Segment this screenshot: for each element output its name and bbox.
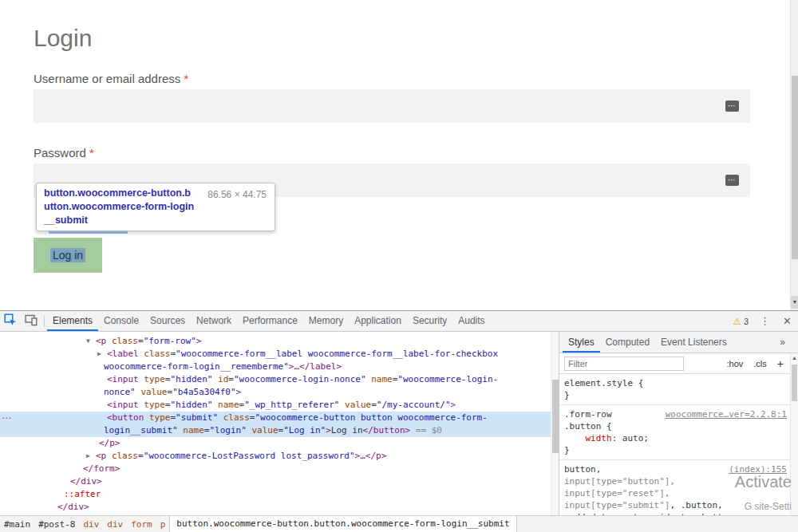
code-token: <label [107,349,144,359]
devtools-close-button[interactable]: ✕ [776,315,798,327]
tab-performance[interactable]: Performance [237,311,303,331]
code-token: "woocommerce-form__label woocommerce-for… [176,349,498,359]
tab-application[interactable]: Application [349,311,407,331]
breadcrumb-item-selected[interactable]: button.woocommerce-button.button.woocomm… [169,516,516,532]
toolbar-right-cluster: ⚠3 ⋮ ✕ [728,311,798,331]
expand-arrow-icon[interactable]: ▼ [86,335,90,348]
code-token: = [138,336,144,346]
stylesheet-source-link[interactable]: woocommerce…ver=2.2.8:1 [666,409,787,420]
devtools-menu-button[interactable]: ⋮ [753,315,776,327]
styles-scrollbar[interactable]: ▲ [790,353,798,515]
breadcrumb-item[interactable]: div [103,519,127,530]
code-token: value [251,425,278,435]
css-rule[interactable]: (index):155button,input[type="button"],i… [559,460,790,515]
tab-audits[interactable]: Audits [452,311,490,331]
code-token: </button> [363,425,411,435]
code-token: name [183,425,204,435]
new-style-rule-button[interactable]: + [777,357,784,370]
dom-tree-node[interactable]: </form> [0,463,559,475]
code-token: <p [96,336,112,346]
dom-tree-node[interactable]: <button type="submit" class="woocommerce… [0,412,559,424]
login-button[interactable]: Log in [34,238,102,273]
password-manager-icon[interactable]: ⋯ [725,100,739,112]
scroll-down-icon[interactable]: ▼ [791,296,798,309]
device-toolbar-button[interactable] [21,311,41,331]
username-field[interactable]: ⋯ [34,89,750,123]
dom-tree-node[interactable]: </div> [0,501,559,514]
code-token: </form> [83,463,120,474]
inspect-element-button[interactable] [0,311,21,331]
toggle-classes-button[interactable]: .cls [753,359,767,368]
breadcrumb-items: #main#post-8divdivformp [0,516,169,532]
breadcrumb-filler [517,516,798,532]
styles-sidebar: StylesComputedEvent Listeners» :hov .cls… [559,332,798,515]
dom-tree-node[interactable]: <input type="hidden" id="woocommerce-log… [0,373,559,386]
css-rule[interactable]: element.style {} [559,374,790,405]
dom-tree-node[interactable]: </p> [0,437,559,450]
device-toolbar-icon [25,313,38,329]
code-token: > [451,400,456,410]
elements-scrollbar[interactable] [551,332,559,515]
code-token: "b4a5a304f0" [172,387,235,397]
tab-event-listeners[interactable]: Event Listeners [655,332,733,353]
kebab-menu-icon: ⋮ [760,315,770,327]
dom-tree-node[interactable]: ::after [0,488,559,501]
scroll-up-icon[interactable]: ▲ [791,355,798,361]
tab-security[interactable]: Security [407,311,452,331]
console-warnings-badge[interactable]: ⚠3 [728,316,753,327]
password-label: Password * [34,146,94,160]
styles-rules: element.style {}woocommerce…ver=2.2.8:1.… [559,374,798,515]
tab-elements[interactable]: Elements [47,311,98,331]
code-token: </p> [365,451,387,461]
stylesheet-source-link[interactable]: (index):155 [729,464,787,475]
breadcrumb-item[interactable]: p [156,519,170,530]
code-token: </label> [299,361,342,372]
dom-tree-node[interactable]: nonce" value="b4a5a304f0"> [0,386,559,399]
breadcrumb-item[interactable]: div [79,519,103,530]
required-asterisk: * [184,72,188,85]
styles-tabs: StylesComputedEvent Listeners» [559,332,798,353]
css-rule-line: .added_to_cart, .widget a.button, [564,511,790,515]
toggle-hover-state-button[interactable]: :hov [727,359,744,368]
tab-network[interactable]: Network [191,311,237,331]
css-rule[interactable]: woocommerce…ver=2.2.8:1.form-row.button … [559,405,790,460]
code-token: class [112,451,138,461]
code-token: "hidden" [170,400,212,410]
tab-computed[interactable]: Computed [600,332,655,353]
tab-console[interactable]: Console [98,311,144,331]
code-token: "/my-account/" [377,400,451,410]
code-token: class [223,412,250,423]
css-rule-line: input[type="button"], [564,475,790,487]
scrollbar-thumb[interactable] [792,365,797,401]
scrollbar-thumb[interactable] [792,76,798,259]
gutter-more-icon[interactable]: ⋯ [2,412,11,424]
inspect-tooltip: button.woocommerce-button.b utton.woocom… [36,183,275,231]
breadcrumb-item[interactable]: #post-8 [34,519,79,530]
password-manager-icon[interactable]: ⋯ [725,175,739,186]
scrollbar-thumb[interactable] [552,380,559,453]
code-token: = [371,400,377,410]
dom-tree-node[interactable]: ▼<p class="form-row"> [0,335,559,348]
tab-sources[interactable]: Sources [144,311,191,331]
dom-tree-node[interactable]: ▶<label class="woocommerce-form__label w… [0,348,559,361]
more-tabs-icon[interactable]: » [780,337,798,348]
collapse-arrow-icon[interactable]: ▶ [97,348,101,361]
breadcrumb-item[interactable]: #main [0,519,34,530]
dom-tree-node[interactable]: login__submit" name="login" value="Log i… [0,424,559,437]
dom-tree-node[interactable]: </div> [0,475,559,488]
code-token: "woocommerce-button button woocommerce-f… [255,412,487,423]
dom-tree-node[interactable]: ▶<p class="woocommerce-LostPassword lost… [0,450,559,463]
breadcrumb-item[interactable]: form [127,519,156,530]
code-token: </p> [99,438,120,448]
code-token: name [371,374,393,384]
dom-tree-node[interactable]: <input type="hidden" name="_wp_http_refe… [0,399,559,412]
collapse-arrow-icon[interactable]: ▶ [86,450,90,463]
page-vertical-scrollbar[interactable]: ▼ [790,0,798,310]
browser-page: Login Username or email address * ⋯ Pass… [0,0,798,310]
code-token: > [196,336,202,346]
code-token: type [149,412,171,423]
styles-filter-input[interactable] [564,357,684,371]
dom-tree-node[interactable]: woocommerce-form-login__rememberme">…</l… [0,361,559,373]
tab-memory[interactable]: Memory [303,311,349,331]
tab-styles[interactable]: Styles [563,332,600,353]
